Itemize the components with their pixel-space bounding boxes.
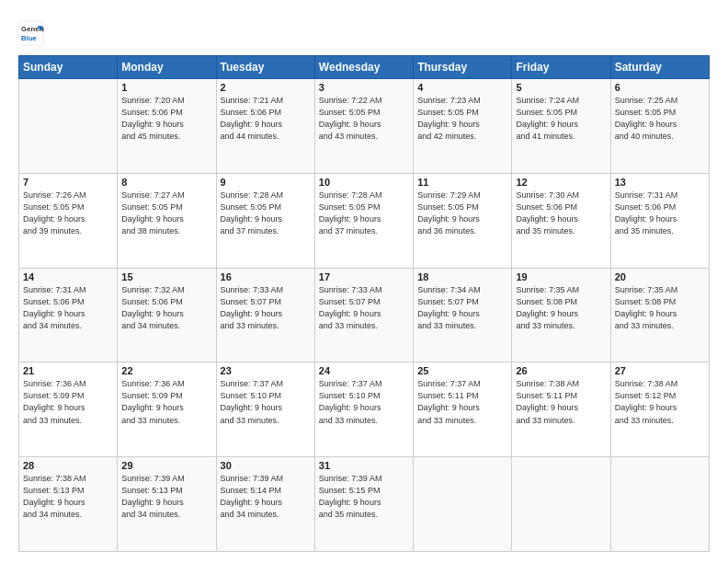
day-detail: Sunrise: 7:31 AM Sunset: 5:06 PM Dayligh…: [615, 190, 705, 237]
day-detail: Sunrise: 7:29 AM Sunset: 5:05 PM Dayligh…: [417, 190, 507, 237]
calendar-cell: 3Sunrise: 7:22 AM Sunset: 5:05 PM Daylig…: [314, 79, 413, 174]
day-detail: Sunrise: 7:23 AM Sunset: 5:05 PM Dayligh…: [417, 95, 507, 143]
day-detail: Sunrise: 7:38 AM Sunset: 5:13 PM Dayligh…: [23, 473, 113, 521]
day-detail: Sunrise: 7:31 AM Sunset: 5:06 PM Dayligh…: [23, 284, 113, 332]
day-detail: Sunrise: 7:36 AM Sunset: 5:09 PM Dayligh…: [121, 378, 211, 426]
day-detail: Sunrise: 7:30 AM Sunset: 5:06 PM Dayligh…: [516, 190, 606, 237]
day-number: 20: [615, 271, 705, 282]
day-detail: Sunrise: 7:38 AM Sunset: 5:12 PM Dayligh…: [615, 378, 705, 426]
calendar-cell: 19Sunrise: 7:35 AM Sunset: 5:08 PM Dayli…: [512, 268, 610, 362]
day-number: 29: [121, 460, 211, 471]
day-detail: Sunrise: 7:27 AM Sunset: 5:05 PM Dayligh…: [121, 190, 211, 237]
day-number: 5: [516, 82, 606, 93]
calendar-cell: 13Sunrise: 7:31 AM Sunset: 5:06 PM Dayli…: [610, 173, 709, 268]
calendar-header-sunday: Sunday: [19, 56, 118, 79]
calendar-cell: 6Sunrise: 7:25 AM Sunset: 5:05 PM Daylig…: [610, 79, 709, 174]
calendar-cell: 20Sunrise: 7:35 AM Sunset: 5:08 PM Dayli…: [610, 268, 709, 362]
day-number: 19: [516, 271, 606, 282]
logo-icon: General Blue: [18, 20, 44, 46]
calendar-cell: 1Sunrise: 7:20 AM Sunset: 5:06 PM Daylig…: [118, 79, 216, 174]
calendar-header-thursday: Thursday: [414, 56, 512, 79]
calendar-cell: 24Sunrise: 7:37 AM Sunset: 5:10 PM Dayli…: [314, 362, 413, 457]
calendar-cell: [610, 457, 709, 552]
day-detail: Sunrise: 7:36 AM Sunset: 5:09 PM Dayligh…: [23, 378, 113, 426]
calendar-week-row: 28Sunrise: 7:38 AM Sunset: 5:13 PM Dayli…: [19, 457, 710, 552]
calendar-cell: 26Sunrise: 7:38 AM Sunset: 5:11 PM Dayli…: [512, 362, 610, 457]
calendar-cell: 17Sunrise: 7:33 AM Sunset: 5:07 PM Dayli…: [314, 268, 413, 362]
calendar-cell: 23Sunrise: 7:37 AM Sunset: 5:10 PM Dayli…: [216, 362, 314, 457]
day-number: 18: [417, 271, 507, 282]
page: General Blue SundayMondayTuesdayWednesda…: [0, 0, 728, 563]
calendar-cell: 10Sunrise: 7:28 AM Sunset: 5:05 PM Dayli…: [314, 173, 413, 268]
calendar-table: SundayMondayTuesdayWednesdayThursdayFrid…: [18, 55, 710, 552]
calendar-header-tuesday: Tuesday: [216, 56, 314, 79]
day-detail: Sunrise: 7:21 AM Sunset: 5:06 PM Dayligh…: [221, 95, 311, 143]
calendar-cell: 22Sunrise: 7:36 AM Sunset: 5:09 PM Dayli…: [118, 362, 216, 457]
day-number: 1: [121, 82, 211, 93]
day-detail: Sunrise: 7:28 AM Sunset: 5:05 PM Dayligh…: [319, 190, 409, 237]
calendar-cell: [414, 457, 512, 552]
day-number: 23: [221, 365, 311, 376]
day-number: 24: [319, 365, 409, 376]
calendar-header-monday: Monday: [118, 56, 216, 79]
calendar-cell: 31Sunrise: 7:39 AM Sunset: 5:15 PM Dayli…: [314, 457, 413, 552]
day-number: 8: [121, 177, 211, 188]
day-number: 28: [23, 460, 113, 471]
calendar-header-friday: Friday: [512, 56, 610, 79]
day-detail: Sunrise: 7:39 AM Sunset: 5:14 PM Dayligh…: [221, 473, 311, 521]
logo: General Blue: [18, 20, 48, 46]
calendar-cell: 11Sunrise: 7:29 AM Sunset: 5:05 PM Dayli…: [414, 173, 512, 268]
day-detail: Sunrise: 7:25 AM Sunset: 5:05 PM Dayligh…: [615, 95, 705, 143]
calendar-week-row: 14Sunrise: 7:31 AM Sunset: 5:06 PM Dayli…: [19, 268, 710, 362]
calendar-cell: 16Sunrise: 7:33 AM Sunset: 5:07 PM Dayli…: [216, 268, 314, 362]
day-number: 27: [615, 365, 705, 376]
day-number: 22: [121, 365, 211, 376]
calendar-header-wednesday: Wednesday: [314, 56, 413, 79]
calendar-week-row: 1Sunrise: 7:20 AM Sunset: 5:06 PM Daylig…: [19, 79, 710, 174]
day-detail: Sunrise: 7:20 AM Sunset: 5:06 PM Dayligh…: [121, 95, 211, 143]
day-detail: Sunrise: 7:37 AM Sunset: 5:10 PM Dayligh…: [319, 378, 409, 426]
day-number: 7: [23, 177, 113, 188]
calendar-cell: 25Sunrise: 7:37 AM Sunset: 5:11 PM Dayli…: [414, 362, 512, 457]
calendar-cell: 30Sunrise: 7:39 AM Sunset: 5:14 PM Dayli…: [216, 457, 314, 552]
calendar-cell: 14Sunrise: 7:31 AM Sunset: 5:06 PM Dayli…: [19, 268, 118, 362]
calendar-cell: 8Sunrise: 7:27 AM Sunset: 5:05 PM Daylig…: [118, 173, 216, 268]
day-detail: Sunrise: 7:22 AM Sunset: 5:05 PM Dayligh…: [319, 95, 409, 143]
day-detail: Sunrise: 7:33 AM Sunset: 5:07 PM Dayligh…: [319, 284, 409, 332]
day-number: 4: [417, 82, 507, 93]
calendar-cell: [512, 457, 610, 552]
day-number: 14: [23, 271, 113, 282]
calendar-cell: 4Sunrise: 7:23 AM Sunset: 5:05 PM Daylig…: [414, 79, 512, 174]
day-number: 10: [319, 177, 409, 188]
calendar-header-row: SundayMondayTuesdayWednesdayThursdayFrid…: [19, 56, 710, 79]
calendar-cell: 9Sunrise: 7:28 AM Sunset: 5:05 PM Daylig…: [216, 173, 314, 268]
calendar-week-row: 7Sunrise: 7:26 AM Sunset: 5:05 PM Daylig…: [19, 173, 710, 268]
day-detail: Sunrise: 7:38 AM Sunset: 5:11 PM Dayligh…: [516, 378, 606, 426]
day-detail: Sunrise: 7:35 AM Sunset: 5:08 PM Dayligh…: [615, 284, 705, 332]
day-detail: Sunrise: 7:35 AM Sunset: 5:08 PM Dayligh…: [516, 284, 606, 332]
calendar-week-row: 21Sunrise: 7:36 AM Sunset: 5:09 PM Dayli…: [19, 362, 710, 457]
day-detail: Sunrise: 7:37 AM Sunset: 5:10 PM Dayligh…: [221, 378, 311, 426]
calendar-cell: 7Sunrise: 7:26 AM Sunset: 5:05 PM Daylig…: [19, 173, 118, 268]
calendar-cell: 21Sunrise: 7:36 AM Sunset: 5:09 PM Dayli…: [19, 362, 118, 457]
day-number: 17: [319, 271, 409, 282]
day-number: 11: [417, 177, 507, 188]
calendar-cell: 28Sunrise: 7:38 AM Sunset: 5:13 PM Dayli…: [19, 457, 118, 552]
day-detail: Sunrise: 7:33 AM Sunset: 5:07 PM Dayligh…: [221, 284, 311, 332]
header: General Blue: [18, 17, 710, 46]
day-number: 3: [319, 82, 409, 93]
day-number: 6: [615, 82, 705, 93]
day-number: 12: [516, 177, 606, 188]
day-number: 16: [221, 271, 311, 282]
calendar-cell: 12Sunrise: 7:30 AM Sunset: 5:06 PM Dayli…: [512, 173, 610, 268]
day-number: 30: [221, 460, 311, 471]
day-detail: Sunrise: 7:34 AM Sunset: 5:07 PM Dayligh…: [417, 284, 507, 332]
calendar-cell: 27Sunrise: 7:38 AM Sunset: 5:12 PM Dayli…: [610, 362, 709, 457]
day-number: 2: [221, 82, 311, 93]
day-detail: Sunrise: 7:28 AM Sunset: 5:05 PM Dayligh…: [221, 190, 311, 237]
calendar-cell: 29Sunrise: 7:39 AM Sunset: 5:13 PM Dayli…: [118, 457, 216, 552]
day-number: 31: [319, 460, 409, 471]
svg-text:Blue: Blue: [21, 34, 38, 42]
calendar-cell: 2Sunrise: 7:21 AM Sunset: 5:06 PM Daylig…: [216, 79, 314, 174]
day-detail: Sunrise: 7:37 AM Sunset: 5:11 PM Dayligh…: [417, 378, 507, 426]
